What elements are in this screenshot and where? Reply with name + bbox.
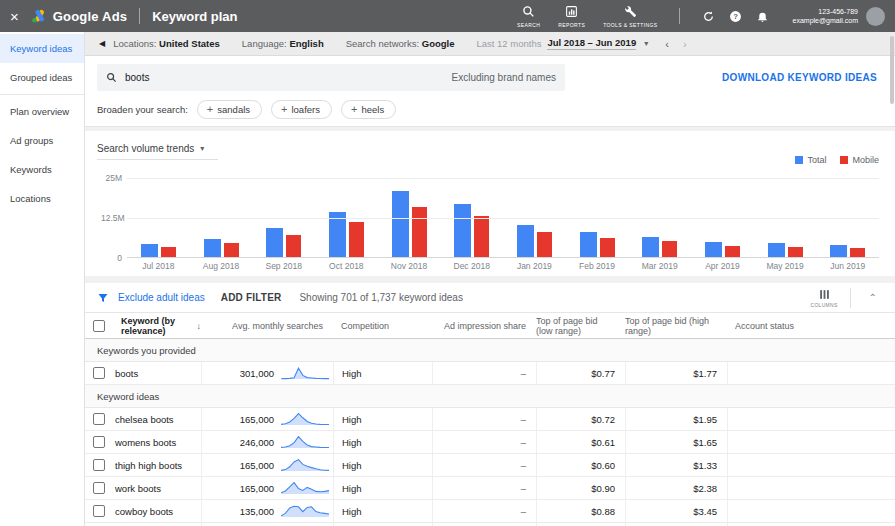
collapse-sidebar-icon[interactable]: ◀ [99, 39, 105, 48]
col-header-keyword-by-relevance[interactable]: Keyword (by relevance)↓ [113, 313, 201, 338]
locations-setting[interactable]: Locations: United States [113, 38, 220, 49]
keyword-cell[interactable]: work boots [113, 477, 201, 499]
legend-label: Total [807, 155, 826, 165]
account-info[interactable]: 123-456-789 example@gmail.com [793, 7, 858, 26]
columns-button[interactable]: COLUMNS [811, 288, 838, 308]
appbar-action-search[interactable]: SEARCH [517, 4, 540, 29]
bar-mobile-sep-2018[interactable] [286, 235, 301, 257]
legend-item-total[interactable]: Total [795, 155, 826, 165]
keyword-cell[interactable]: thigh high boots [113, 454, 201, 476]
bar-total-dec-2018[interactable] [454, 204, 471, 257]
bar-total-aug-2018[interactable] [204, 239, 221, 257]
top-of-page-bid-high-cell: $2.38 [625, 477, 727, 499]
table-row-work-boots: work boots165,000High–$0.90$2.38 [85, 477, 895, 500]
sidebar-item-locations[interactable]: Locations [0, 184, 84, 213]
download-keyword-ideas-button[interactable]: DOWNLOAD KEYWORD IDEAS [722, 72, 883, 83]
keyword-search-input[interactable]: boots Excluding brand names [97, 64, 565, 91]
networks-setting[interactable]: Search networks: Google [346, 38, 455, 49]
bar-mobile-jun-2019[interactable] [850, 248, 865, 257]
row-checkbox[interactable] [93, 505, 105, 517]
row-checkbox[interactable] [93, 413, 105, 425]
ad-impression-share-value: – [521, 506, 526, 517]
collapse-table-icon[interactable]: ⌃ [863, 292, 883, 303]
chart-x-axis-labels: Jul 2018Aug 2018Sep 2018Oct 2018Nov 2018… [127, 258, 879, 273]
bar-total-sep-2018[interactable] [266, 228, 283, 257]
bar-total-mar-2019[interactable] [642, 237, 659, 257]
chart-x-tick: Feb 2019 [566, 261, 629, 271]
col-header-account-status[interactable]: Account status [727, 313, 895, 338]
next-period-icon[interactable]: › [683, 38, 687, 50]
sparkline-chart [281, 365, 329, 381]
chip-label: sandals [217, 104, 250, 115]
bar-mobile-may-2019[interactable] [788, 247, 803, 257]
col-header-top-of-page-bid-low-range[interactable]: Top of page bid (low range) [536, 313, 625, 338]
col-header-ad-impression-share[interactable]: Ad impression share [432, 313, 536, 338]
notifications-bell-icon[interactable] [756, 10, 769, 23]
appbar-divider-2 [679, 8, 680, 24]
account-status-cell [727, 431, 895, 453]
broaden-chip-sandals[interactable]: +sandals [197, 100, 262, 119]
sidebar-item-plan-overview[interactable]: Plan overview [0, 97, 84, 126]
add-filter-button[interactable]: ADD FILTER [221, 292, 282, 303]
bar-mobile-feb-2019[interactable] [600, 238, 615, 257]
broaden-chip-loafers[interactable]: +loafers [271, 100, 332, 119]
appbar-action-reports[interactable]: REPORTS [558, 4, 585, 29]
col-header-top-of-page-bid-high-range[interactable]: Top of page bid (high range) [625, 313, 727, 338]
row-checkbox[interactable] [93, 367, 105, 379]
sidebar-item-keyword-ideas[interactable]: Keyword ideas [0, 34, 84, 63]
broaden-chip-heels[interactable]: +heels [341, 100, 396, 119]
bar-total-apr-2019[interactable] [705, 242, 722, 257]
row-checkbox[interactable] [93, 436, 105, 448]
keyword-cell[interactable]: womens boots [113, 431, 201, 453]
chart-x-tick: Aug 2018 [190, 261, 253, 271]
col-header-avg-monthly-searches[interactable]: Avg. monthly searches [201, 313, 333, 338]
appbar-action-label: REPORTS [558, 23, 585, 29]
columns-icon [818, 288, 831, 301]
account-email: example@gmail.com [793, 16, 858, 25]
col-header-competition[interactable]: Competition [333, 313, 432, 338]
avg-monthly-searches-cell: 135,000 [201, 500, 333, 522]
keyword-cell[interactable]: cowboy boots [113, 500, 201, 522]
date-range-caret-icon[interactable]: ▾ [644, 39, 648, 48]
refresh-icon[interactable] [702, 10, 715, 23]
scrollbar[interactable] [890, 36, 894, 104]
bar-mobile-dec-2018[interactable] [474, 216, 489, 257]
chart-metric-selector[interactable]: Search volume trends ▾ [97, 143, 218, 160]
sidebar-item-grouped-ideas[interactable]: Grouped ideas [0, 63, 84, 92]
table-header-row: Keyword (by relevance)↓Avg. monthly sear… [85, 313, 895, 339]
row-checkbox[interactable] [93, 459, 105, 471]
bar-mobile-mar-2019[interactable] [662, 241, 677, 257]
filter-funnel-icon[interactable] [97, 292, 109, 304]
keyword-cell[interactable]: boots [113, 362, 201, 384]
exclude-adult-ideas-filter[interactable]: Exclude adult ideas [118, 292, 205, 303]
bar-mobile-jan-2019[interactable] [537, 232, 552, 257]
bar-total-may-2019[interactable] [768, 243, 785, 257]
row-checkbox[interactable] [93, 482, 105, 494]
close-icon[interactable]: × [10, 9, 19, 24]
bar-mobile-apr-2019[interactable] [725, 246, 740, 257]
bar-total-nov-2018[interactable] [392, 191, 409, 257]
bar-mobile-aug-2018[interactable] [224, 243, 239, 257]
sidebar-item-ad-groups[interactable]: Ad groups [0, 126, 84, 155]
avatar[interactable] [866, 7, 885, 26]
legend-item-mobile[interactable]: Mobile [840, 155, 879, 165]
bar-total-feb-2019[interactable] [580, 232, 597, 257]
help-icon[interactable]: ? [729, 10, 742, 23]
appbar-action-tools[interactable]: TOOLS & SETTINGS [603, 4, 657, 29]
competition-cell: High [333, 362, 432, 384]
select-all-checkbox[interactable] [93, 320, 105, 332]
bar-mobile-oct-2018[interactable] [349, 222, 364, 257]
keyword-cell[interactable]: chelsea boots [113, 408, 201, 430]
language-setting[interactable]: Language: English [242, 38, 324, 49]
bar-total-jun-2019[interactable] [830, 245, 847, 257]
bar-mobile-nov-2018[interactable] [412, 207, 427, 257]
date-range-value[interactable]: Jul 2018 – Jun 2019 [547, 37, 636, 50]
chart-x-tick: Jul 2018 [127, 261, 190, 271]
bar-total-jan-2019[interactable] [517, 225, 534, 257]
sidebar-item-keywords[interactable]: Keywords [0, 155, 84, 184]
bar-total-jul-2018[interactable] [141, 244, 158, 257]
avg-monthly-searches-cell: 165,000 [201, 454, 333, 476]
ad-impression-share-cell: – [432, 454, 536, 476]
bar-mobile-jul-2018[interactable] [161, 247, 176, 257]
prev-period-icon[interactable]: ‹ [665, 38, 669, 50]
